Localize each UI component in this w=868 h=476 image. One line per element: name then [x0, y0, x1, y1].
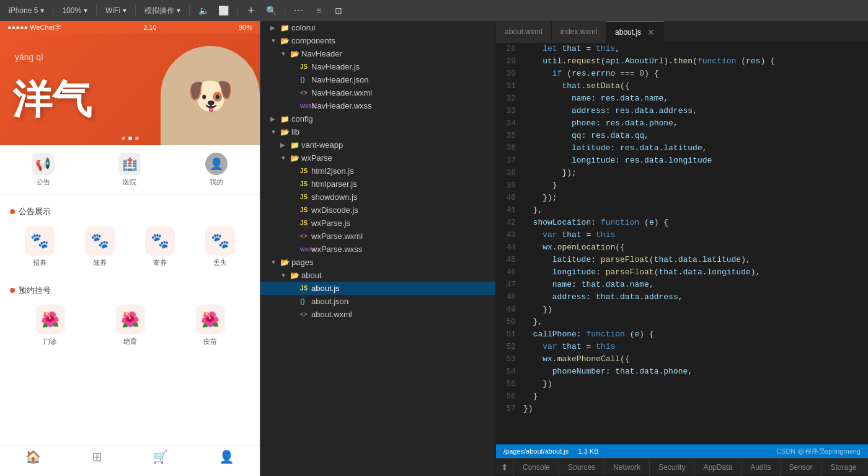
arrow-navheader: ▼: [280, 50, 290, 57]
arrow-vant: ▶: [280, 141, 290, 148]
js-icon-navheader: JS: [300, 63, 311, 70]
cart-icon: 🛒: [153, 449, 168, 464]
grid-item-adopt[interactable]: 🐾 领养: [85, 226, 115, 267]
tab-close-about-js[interactable]: ✕: [647, 27, 655, 37]
tree-item-wxparse-wxss[interactable]: wxss wxParse.wxss: [260, 243, 495, 256]
code-line-35: 35 qq: res.data.qq,: [496, 130, 868, 142]
tab-about-js[interactable]: about.js ✕: [606, 21, 664, 43]
tree-item-about-wxml[interactable]: <> about.wxml: [260, 308, 495, 321]
wxml-icon-navheader: <>: [300, 89, 311, 96]
tree-item-components[interactable]: ▼ 📂 components: [260, 34, 495, 47]
js-icon-about: JS: [300, 285, 311, 292]
toolbar-sep-6: [285, 5, 285, 16]
device-label: iPhone 5: [9, 6, 38, 15]
code-line-31: 31 that.setData({: [496, 80, 868, 92]
tree-item-navheader-js[interactable]: JS NavHeader.js: [260, 60, 495, 73]
section-title-appointment: 预约挂号: [10, 285, 250, 296]
code-line-42: 42 showLocation: function (e) {: [496, 217, 868, 229]
bottom-nav-home[interactable]: 🏠: [25, 449, 41, 472]
json-icon-about: {}: [300, 298, 311, 305]
section-title-announcement: 公告展示: [10, 206, 250, 217]
split-view-button[interactable]: ⊡: [330, 2, 347, 19]
appointment-icon-grid: 🌺 门诊 🌺 绝育 🌺 疫苗: [10, 302, 250, 349]
tab-about-wxml[interactable]: about.wxml: [496, 21, 552, 43]
console-tab-icon[interactable]: ⬆: [496, 459, 514, 476]
tab-appdata[interactable]: AppData: [694, 459, 742, 476]
tree-item-colorui[interactable]: ▶ 📁 colorui: [260, 21, 495, 34]
top-toolbar: iPhone 5 ▾ 100% ▾ WiFi ▾ 模拟操作 ▾ 🔈 ⬜ + 🔍 …: [0, 0, 868, 21]
search-button[interactable]: 🔍: [262, 2, 280, 19]
tab-network[interactable]: Network: [604, 459, 650, 476]
grid-item-foster[interactable]: 🐾 寄养: [145, 226, 175, 267]
tree-item-lib[interactable]: ▼ 📂 lib: [260, 125, 495, 138]
tree-item-wxparse[interactable]: ▼ 📂 wxParse: [260, 151, 495, 164]
tree-item-about-json[interactable]: {} about.json: [260, 295, 495, 308]
tree-item-pages[interactable]: ▼ 📂 pages: [260, 256, 495, 269]
tab-label-about-js: about.js: [615, 28, 641, 37]
home-icon: 🏠: [25, 449, 41, 464]
mode-selector[interactable]: 模拟操作 ▾: [141, 4, 184, 17]
audio-icon[interactable]: 🔈: [195, 2, 212, 19]
console-cursor-icon: ⬆: [501, 462, 508, 472]
code-line-44: 44 wx.openLocation({: [496, 241, 868, 254]
sterilize-icon: 🌺: [115, 305, 145, 335]
tree-item-about-folder[interactable]: ▼ 📂 about: [260, 269, 495, 282]
tree-item-wxparse-js[interactable]: JS wxParse.js: [260, 217, 495, 230]
console-panel: ⬆ Console Sources Network Security AppDa…: [496, 458, 868, 476]
outpatient-icon: 🌺: [35, 305, 65, 335]
device-selector[interactable]: iPhone 5 ▾: [5, 5, 48, 16]
grid-item-recruit[interactable]: 🐾 招养: [25, 226, 55, 267]
zoom-selector[interactable]: 100% ▾: [58, 5, 91, 16]
banner-dots: [122, 137, 139, 140]
grid-item-outpatient[interactable]: 🌺 门诊: [35, 305, 65, 346]
tab-sources-label: Sources: [568, 463, 595, 472]
tab-network-label: Network: [613, 463, 640, 472]
label-navheader-wxss: NavHeader.wxss: [311, 101, 372, 110]
network-selector[interactable]: WiFi ▾: [102, 5, 130, 16]
nav-item-hospital[interactable]: 🏥 医院: [118, 153, 141, 187]
tab-security[interactable]: Security: [650, 459, 694, 476]
tab-storage[interactable]: Storage: [822, 459, 866, 476]
more-button[interactable]: ···: [290, 2, 308, 19]
bottom-nav-profile[interactable]: 👤: [219, 449, 234, 472]
code-line-43: 43 var that = this: [496, 229, 868, 241]
nav-item-mine[interactable]: 👤 我的: [205, 153, 228, 187]
js-icon-showdown: JS: [300, 194, 311, 200]
arrow-config: ▶: [270, 115, 280, 122]
tab-sources[interactable]: Sources: [559, 459, 604, 476]
folder-icon-navheader: 📂: [290, 50, 301, 58]
tab-sensor[interactable]: Sensor: [781, 459, 822, 476]
tree-item-wxparse-wxml[interactable]: <> wxParse.wxml: [260, 230, 495, 243]
tree-item-html2json[interactable]: JS html2json.js: [260, 164, 495, 177]
grid-item-lost[interactable]: 🐾 丢失: [205, 226, 235, 267]
bottom-nav-cart[interactable]: 🛒: [153, 449, 168, 472]
wxml-icon-about: <>: [300, 311, 311, 318]
tree-item-wxdiscode[interactable]: JS wxDiscode.js: [260, 204, 495, 217]
code-line-56: 56 }: [496, 390, 868, 403]
add-button[interactable]: +: [242, 2, 260, 19]
tab-index-wxml[interactable]: index.wxml: [552, 21, 606, 43]
screen-icon[interactable]: ⬜: [215, 2, 232, 19]
nav-item-announcement[interactable]: 📢 公告: [32, 153, 55, 187]
grid-item-sterilize[interactable]: 🌺 绝育: [115, 305, 145, 346]
arrow-lib: ▼: [270, 128, 280, 135]
tree-item-navheader-json[interactable]: {} NavHeader.json: [260, 73, 495, 86]
network-chevron: ▾: [123, 6, 126, 15]
tab-console[interactable]: Console: [514, 459, 559, 476]
tree-item-navheader-wxss[interactable]: wxss NavHeader.wxss: [260, 99, 495, 112]
code-line-37: 37 longitude: res.data.longitude: [496, 155, 868, 167]
tree-item-config[interactable]: ▶ 📁 config: [260, 112, 495, 125]
code-line-52: 52 var that = this: [496, 341, 868, 353]
tab-audits[interactable]: Audits: [742, 459, 780, 476]
tree-item-vant[interactable]: ▶ 📁 vant-weapp: [260, 138, 495, 151]
list-view-button[interactable]: ≡: [310, 2, 327, 19]
grid-item-vaccine[interactable]: 🌺 疫苗: [195, 305, 225, 346]
code-line-46: 46 longitude: parseFloat(that.data.longi…: [496, 266, 868, 279]
tree-item-navheader[interactable]: ▼ 📂 NavHeader: [260, 47, 495, 60]
code-content[interactable]: 28 let that = this, 29 util.request(api.…: [496, 43, 868, 444]
tree-item-about-js[interactable]: JS about.js: [260, 282, 495, 295]
tree-item-htmlparser[interactable]: JS htmlparser.js: [260, 177, 495, 191]
tree-item-navheader-wxml[interactable]: <> NavHeader.wxml: [260, 86, 495, 99]
bottom-nav-apps[interactable]: ⊞: [92, 449, 102, 472]
tree-item-showdown[interactable]: JS showdown.js: [260, 191, 495, 204]
